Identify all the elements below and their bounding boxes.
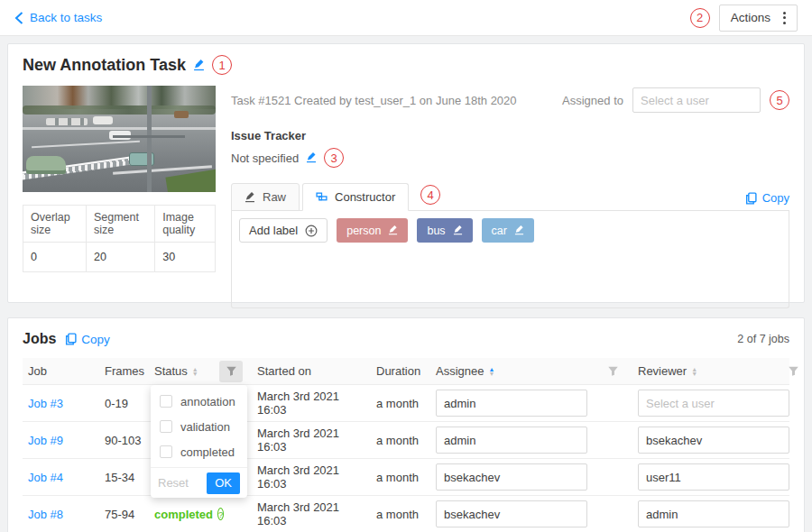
plus-circle-icon (305, 225, 318, 237)
assignee-input[interactable] (436, 463, 587, 491)
table-row: Job #9 90-103 March 3rd 2021 16:03 a mon… (23, 422, 789, 459)
jobs-table-header: Job Frames Status ▲▼ Started on Duration… (23, 358, 789, 385)
question-circle-icon[interactable]: ? (217, 508, 224, 520)
assignee-input[interactable] (436, 390, 587, 417)
back-to-tasks-link[interactable]: Back to tasks (14, 11, 102, 24)
col-assignee: Assignee (436, 364, 484, 378)
col-status: Status (154, 364, 188, 378)
add-label-text: Add label (249, 224, 298, 237)
started-cell: March 3rd 2021 16:03 (252, 463, 371, 491)
checkbox-completed[interactable] (160, 445, 172, 458)
col-reviewer-sort[interactable]: Reviewer ▲▼ (632, 364, 788, 378)
reviewer-input[interactable] (638, 390, 789, 417)
copy-jobs-label: Copy (81, 333, 110, 346)
copy-icon (745, 192, 757, 205)
label-bus-name: bus (427, 225, 445, 237)
frames-cell: 15-34 (99, 471, 149, 484)
table-row: Job #3 0-19 March 3rd 2021 16:03 a month (23, 385, 789, 422)
copy-labels-label: Copy (762, 191, 789, 205)
table-row: Job #8 75-94 completed ? March 3rd 2021 … (23, 496, 789, 532)
label-chip-car[interactable]: car (482, 218, 534, 243)
actions-label: Actions (731, 11, 770, 24)
assigned-to-label: Assigned to (562, 94, 623, 107)
callout-3: 3 (324, 148, 344, 168)
label-chip-person[interactable]: person (337, 218, 408, 243)
reviewer-input[interactable] (638, 463, 789, 491)
funnel-icon (226, 365, 237, 377)
sort-icon-assignee-active: ▲▼ (488, 367, 494, 376)
frames-cell: 0-19 (99, 397, 149, 410)
col-job: Job (28, 364, 47, 378)
assignee-input[interactable] (436, 500, 587, 527)
edit-title-pencil-icon[interactable] (193, 60, 205, 71)
assignee-input[interactable] (436, 427, 587, 454)
callout-5: 5 (770, 90, 789, 110)
col-frames: Frames (105, 364, 144, 378)
reviewer-filter-button[interactable] (788, 365, 799, 377)
filter-option-annotation[interactable]: annotation (151, 389, 247, 414)
filter-option-validation[interactable]: validation (151, 414, 247, 439)
preview-crosswalk (23, 127, 216, 130)
reviewer-input[interactable] (638, 500, 789, 527)
job-3-link[interactable]: Job #3 (28, 397, 63, 410)
jobs-card: Jobs Copy 2 of 7 jobs Job Frames Status … (7, 317, 805, 532)
label-car-name: car (492, 225, 507, 237)
reviewer-input[interactable] (638, 427, 789, 454)
filter-ok-button[interactable]: OK (207, 472, 240, 494)
filter-option-completed[interactable]: completed (151, 439, 247, 464)
col-assignee-sort[interactable]: Assignee ▲▼ (430, 364, 593, 378)
status-filter-button[interactable] (219, 361, 243, 382)
table-row: Job #4 15-34 March 3rd 2021 16:03 a mont… (23, 459, 789, 496)
param-header-segment: Segment size (86, 206, 154, 243)
task-title: New Annotation Task (23, 56, 186, 75)
sort-icon-reviewer: ▲▼ (691, 367, 697, 376)
jobs-table: Job Frames Status ▲▼ Started on Duration… (23, 358, 789, 532)
add-label-button[interactable]: Add label (239, 218, 328, 243)
tab-raw-label: Raw (263, 190, 286, 204)
label-chip-bus[interactable]: bus (417, 218, 472, 243)
task-preview-image (23, 86, 216, 192)
label-car-pencil-icon[interactable] (514, 225, 524, 235)
param-value-segment: 20 (86, 243, 154, 272)
preview-hedge (165, 168, 216, 192)
filter-reset-button[interactable]: Reset (158, 476, 189, 490)
preview-crossbar (113, 135, 185, 138)
task-parameters-table: Overlap size Segment size Image quality … (23, 205, 216, 272)
label-person-pencil-icon[interactable] (388, 225, 398, 235)
constructor-content: Add label person bus (231, 211, 789, 308)
callout-4: 4 (420, 185, 440, 205)
job-4-link[interactable]: Job #4 (28, 471, 63, 484)
label-bus-pencil-icon[interactable] (453, 225, 463, 235)
filter-option-completed-label: completed (180, 445, 235, 459)
started-cell: March 3rd 2021 16:03 (252, 500, 371, 527)
sort-icon-status: ▲▼ (192, 367, 198, 376)
filter-option-annotation-label: annotation (180, 395, 235, 408)
preview-truck-brown (174, 111, 189, 118)
copy-labels-link[interactable]: Copy (745, 191, 789, 210)
tab-raw[interactable]: Raw (231, 183, 300, 211)
param-value-quality: 30 (155, 243, 216, 272)
col-duration: Duration (376, 364, 420, 378)
assigned-to-input[interactable] (632, 87, 761, 113)
chevron-left-icon (14, 12, 23, 24)
label-person-name: person (346, 225, 381, 237)
col-reviewer: Reviewer (638, 364, 687, 378)
callout-1: 1 (212, 55, 232, 75)
job-8-link[interactable]: Job #8 (28, 508, 63, 521)
labels-editor: Raw Constructor 4 Copy A (231, 182, 789, 308)
duration-cell: a month (371, 434, 430, 447)
started-cell: March 3rd 2021 16:03 (252, 390, 371, 417)
param-value-overlap: 0 (23, 243, 87, 272)
status-filter-dropdown: annotation validation completed Reset OK (151, 385, 247, 498)
copy-jobs-link[interactable]: Copy (65, 333, 110, 346)
tab-constructor[interactable]: Constructor (302, 183, 409, 211)
filter-option-validation-label: validation (180, 420, 230, 434)
col-status-sort[interactable]: Status ▲▼ (149, 364, 216, 378)
job-9-link[interactable]: Job #9 (28, 434, 63, 447)
checkbox-annotation[interactable] (160, 395, 172, 408)
preview-lane-line-1 (32, 141, 140, 148)
edit-issue-tracker-pencil-icon[interactable] (306, 152, 317, 163)
actions-button[interactable]: Actions (719, 5, 798, 32)
checkbox-validation[interactable] (160, 420, 172, 433)
assignee-filter-button[interactable] (593, 365, 632, 377)
